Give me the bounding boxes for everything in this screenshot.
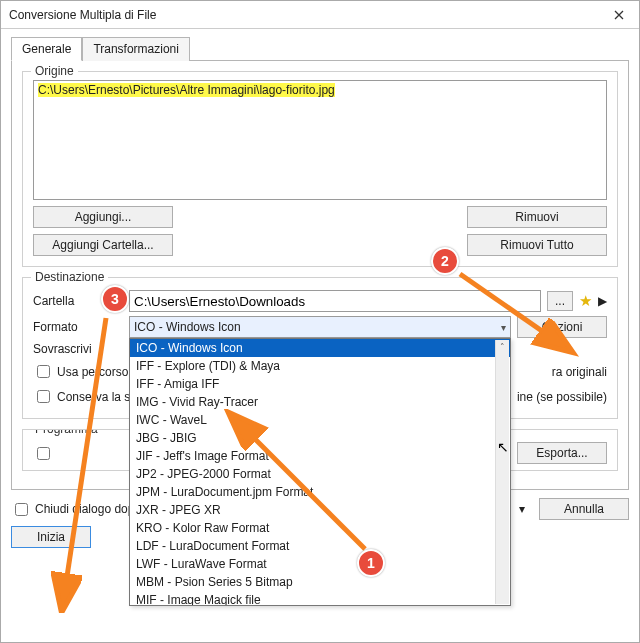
remove-file-button[interactable]: Rimuovi — [467, 206, 607, 228]
callout-badge-2: 2 — [431, 247, 459, 275]
format-option[interactable]: ICO - Windows Icon — [130, 339, 510, 357]
callout-arrow-2 — [455, 269, 585, 364]
window-close-button[interactable] — [599, 1, 639, 29]
dialog-window: Conversione Multipla di File Generale Tr… — [0, 0, 640, 643]
cancel-button[interactable]: Annulla — [539, 498, 629, 520]
program-run-checkbox[interactable] — [37, 447, 50, 460]
window-title: Conversione Multipla di File — [9, 8, 599, 22]
dropdown-scrollbar[interactable]: ˄ — [495, 340, 509, 604]
format-option[interactable]: IFF - Explore (TDI) & Maya — [130, 357, 510, 375]
group-origin: Origine C:\Users\Ernesto\Pictures\Altre … — [22, 71, 618, 267]
origin-file-item[interactable]: C:\Users\Ernesto\Pictures\Altre Immagini… — [38, 83, 335, 97]
svg-line-2 — [63, 318, 106, 603]
format-combo-value: ICO - Windows Icon — [134, 320, 241, 334]
overlay-right-text-2: ine (se possibile) — [517, 390, 607, 404]
tab-general[interactable]: Generale — [11, 37, 82, 61]
origin-file-list[interactable]: C:\Users\Ernesto\Pictures\Altre Immagini… — [33, 80, 607, 200]
play-icon[interactable]: ▶ — [598, 294, 607, 308]
group-destination-title: Destinazione — [31, 270, 108, 284]
remove-all-button[interactable]: Rimuovi Tutto — [467, 234, 607, 256]
callout-arrow-3 — [51, 313, 121, 613]
tab-strip: Generale Transformazioni — [11, 36, 629, 60]
close-after-input[interactable] — [15, 503, 28, 516]
keep-structure-input[interactable] — [37, 390, 50, 403]
use-source-path-input[interactable] — [37, 365, 50, 378]
group-origin-title: Origine — [31, 64, 78, 78]
cursor-icon: ↖ — [497, 439, 509, 455]
format-combo[interactable]: ICO - Windows Icon ▾ — [129, 316, 511, 338]
callout-badge-3: 3 — [101, 285, 129, 313]
callout-badge-1: 1 — [357, 549, 385, 577]
svg-line-1 — [460, 274, 565, 347]
callout-arrow-1 — [215, 409, 385, 559]
add-folder-button[interactable]: Aggiungi Cartella... — [33, 234, 173, 256]
format-combo-wrap: ICO - Windows Icon ▾ ICO - Windows IconI… — [129, 316, 511, 338]
titlebar: Conversione Multipla di File — [1, 1, 639, 29]
format-option[interactable]: MBM - Psion Series 5 Bitmap — [130, 573, 510, 591]
close-icon — [614, 10, 624, 20]
footer-chevron-icon[interactable]: ▾ — [515, 502, 529, 516]
svg-line-0 — [235, 419, 365, 549]
tab-transform[interactable]: Transformazioni — [82, 37, 190, 61]
add-file-button[interactable]: Aggiungi... — [33, 206, 173, 228]
format-option[interactable]: MIF - Image Magick file — [130, 591, 510, 606]
overlay-right-text-1: ra originali — [552, 365, 607, 379]
export-button[interactable]: Esporta... — [517, 442, 607, 464]
format-option[interactable]: IFF - Amiga IFF — [130, 375, 510, 393]
